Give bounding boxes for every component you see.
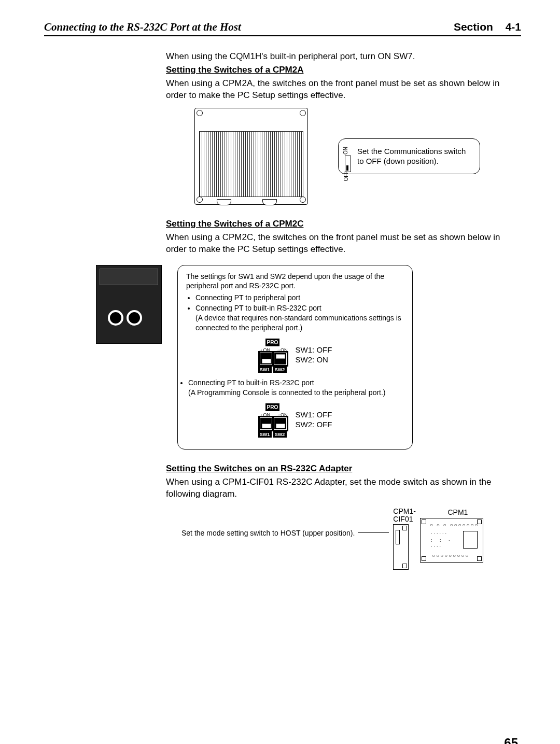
cpm2c-bullet3: Connecting PT to built-in RS-232C port (… [188,378,404,398]
adapter-hardware: CPM1- CIF01 CPM1 ○ ○ ○ ○○○○○○○ ······ : … [393,508,483,570]
header-title: Connecting to the RS-232C Port at the Ho… [44,21,241,34]
cpm1-label: CPM1 [432,508,483,517]
switch-off-label: OFF [343,171,349,181]
adapter-body: When using a CPM1-CIF01 RS-232C Adapter,… [166,476,521,500]
adapter-diagram: Set the mode setting switch to HOST (upp… [166,508,521,570]
cpm2a-body: When using a CPM2A, the switches on the … [166,78,521,102]
cpm2a-callout-box: ON OFF Set the Communications switch to … [338,138,480,174]
section-number: 4-1 [506,21,521,33]
sw2-cell [274,353,287,365]
cpm2c-bullet2: Connecting PT to built-in RS-232C port (… [195,303,404,333]
content-block-1: When using the CQM1H's built-in peripher… [166,51,521,102]
cpm2c-device-drawing [96,265,162,344]
page-number: 65 [44,736,518,744]
leader-line [358,532,389,533]
comm-switch-icon: ON OFF [343,148,351,178]
cpm2c-body: When using a CPM2C, the switches on the … [166,232,521,256]
cpm2a-diagram: ON OFF Set the Communications switch to … [166,108,521,205]
sw1-cell [260,353,273,365]
cpm1-drawing: ○ ○ ○ ○○○○○○○ ······ : : · ···· ○○○○○○○○… [420,518,483,563]
switch-on-label: ON [342,147,349,155]
switch-diagram-1: PRO →ON →ON SW1SW2 SW1: OFF SW2: ON [186,337,404,373]
adapter-caption: Set the mode setting switch to HOST (upp… [181,528,355,538]
cif01-label: CPM1- CIF01 [393,508,416,524]
cpm2a-device-drawing [194,108,308,205]
cif01-drawing [393,524,409,570]
cpm2c-box-intro: The settings for SW1 and SW2 depend upon… [186,272,404,291]
cpm2c-diagram-row: The settings for SW1 and SW2 depend upon… [44,265,521,450]
intro-line: When using the CQM1H's built-in peripher… [166,51,521,63]
section-label: Section [454,21,493,33]
adapter-heading: Setting the Switches on an RS-232C Adapt… [166,463,521,475]
header-section: Section 4-1 [454,21,521,33]
cpm2c-bullet-list-1: Connecting PT to peripheral port Connect… [195,293,404,333]
switch-diagram-2: PRO →ON →ON SW1SW2 SW1: OFF SW2: OFF [186,402,404,438]
cpm2a-callout-text: Set the Communications switch to OFF (do… [357,147,466,166]
page-header: Connecting to the RS-232C Port at the Ho… [44,21,521,36]
cpm2c-bullet2-note: (A device that requires non-standard com… [195,314,401,332]
cpm2c-bullet1: Connecting PT to peripheral port [195,293,404,303]
cpm2c-bullet-list-2: Connecting PT to built-in RS-232C port (… [188,378,404,398]
switch-state-1: SW1: OFF SW2: ON [296,345,332,365]
cpm2c-bullet3-note: (A Programming Console is connected to t… [188,388,386,397]
content-block-3: Setting the Switches on an RS-232C Adapt… [166,463,521,570]
content-block-2: Setting the Switches of a CPM2C When usi… [166,218,521,256]
cpm2a-heading: Setting the Switches of a CPM2A [166,64,521,76]
pro-label: PRO [265,339,280,347]
switch-state-2: SW1: OFF SW2: OFF [296,410,332,430]
cpm2c-settings-box: The settings for SW1 and SW2 depend upon… [177,265,413,450]
cpm2c-heading: Setting the Switches of a CPM2C [166,218,521,230]
